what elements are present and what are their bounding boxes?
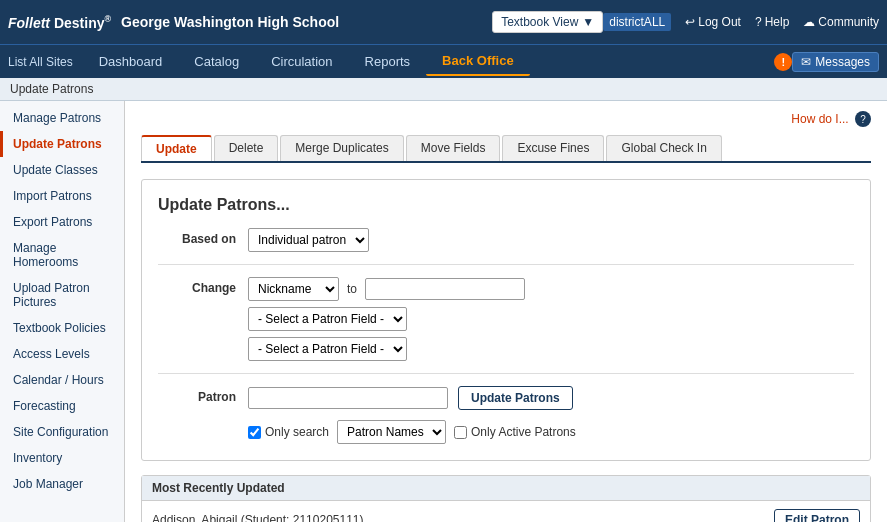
- sidebar-item-textbook-policies[interactable]: Textbook Policies: [0, 315, 124, 341]
- list-all-sites-link[interactable]: List All Sites: [8, 55, 73, 69]
- select-patron-field-1[interactable]: - Select a Patron Field -: [248, 307, 407, 331]
- based-on-select[interactable]: Individual patron Homeroom Grade All Pat…: [248, 228, 369, 252]
- edit-patron-button[interactable]: Edit Patron: [774, 509, 860, 522]
- only-search-label: Only search: [248, 425, 329, 439]
- only-active-checkbox[interactable]: [454, 426, 467, 439]
- form-title: Update Patrons...: [158, 196, 854, 214]
- based-on-row: Based on Individual patron Homeroom Grad…: [158, 228, 854, 252]
- sidebar-item-access-levels[interactable]: Access Levels: [0, 341, 124, 367]
- sidebar-item-calendar-hours[interactable]: Calendar / Hours: [0, 367, 124, 393]
- to-input[interactable]: [365, 278, 525, 300]
- sidebar-item-site-configuration[interactable]: Site Configuration: [0, 419, 124, 445]
- select-patron-field-2[interactable]: - Select a Patron Field -: [248, 337, 407, 361]
- based-on-label: Based on: [158, 228, 248, 246]
- tab-move-fields[interactable]: Move Fields: [406, 135, 501, 161]
- nav-dashboard[interactable]: Dashboard: [83, 48, 179, 75]
- sidebar-item-export-patrons[interactable]: Export Patrons: [0, 209, 124, 235]
- sidebar-item-update-classes[interactable]: Update Classes: [0, 157, 124, 183]
- sidebar-item-inventory[interactable]: Inventory: [0, 445, 124, 471]
- district-all-badge: districtALL: [603, 13, 671, 31]
- tab-update[interactable]: Update: [141, 135, 212, 161]
- only-active-label: Only Active Patrons: [454, 425, 576, 439]
- textbook-view-button[interactable]: Textbook View ▼: [492, 11, 603, 33]
- nav-bar: List All Sites Dashboard Catalog Circula…: [0, 44, 887, 78]
- tab-delete[interactable]: Delete: [214, 135, 279, 161]
- sidebar-item-manage-homerooms[interactable]: Manage Homerooms: [0, 235, 124, 275]
- brand-logo: Follett Destiny®: [8, 14, 111, 31]
- logout-link[interactable]: ↩ Log Out: [685, 15, 741, 29]
- nav-circulation[interactable]: Circulation: [255, 48, 348, 75]
- change-field-select[interactable]: Nickname First Name Last Name Email: [248, 277, 339, 301]
- recently-updated-name: Addison, Abigail (Student: 2110205111): [152, 513, 364, 522]
- top-bar: Follett Destiny® George Washington High …: [0, 0, 887, 44]
- main-layout: Manage Patrons Update Patrons Update Cla…: [0, 101, 887, 522]
- update-patrons-button[interactable]: Update Patrons: [458, 386, 573, 410]
- nav-backoffice[interactable]: Back Office: [426, 47, 530, 76]
- sidebar-item-update-patrons[interactable]: Update Patrons: [0, 131, 124, 157]
- sidebar: Manage Patrons Update Patrons Update Cla…: [0, 101, 125, 522]
- sidebar-item-job-manager[interactable]: Job Manager: [0, 471, 124, 497]
- school-name: George Washington High School: [121, 14, 492, 30]
- alert-badge: !: [774, 53, 792, 71]
- community-link[interactable]: ☁ Community: [803, 15, 879, 29]
- tab-merge-duplicates[interactable]: Merge Duplicates: [280, 135, 403, 161]
- tab-excuse-fines[interactable]: Excuse Fines: [502, 135, 604, 161]
- patron-label: Patron: [158, 386, 248, 404]
- recently-updated-section: Most Recently Updated Addison, Abigail (…: [141, 475, 871, 522]
- divider-1: [158, 264, 854, 265]
- tab-bar: Update Delete Merge Duplicates Move Fiel…: [141, 135, 871, 163]
- sidebar-item-manage-patrons[interactable]: Manage Patrons: [0, 105, 124, 131]
- divider-2: [158, 373, 854, 374]
- destiny-text: Destiny: [54, 14, 105, 30]
- patron-input[interactable]: [248, 387, 448, 409]
- help-link[interactable]: ? Help: [755, 15, 789, 29]
- recently-updated-header: Most Recently Updated: [142, 476, 870, 501]
- change-row: Change Nickname First Name Last Name Ema…: [158, 277, 854, 361]
- recently-updated-row: Addison, Abigail (Student: 2110205111) E…: [142, 501, 870, 522]
- nav-catalog[interactable]: Catalog: [178, 48, 255, 75]
- search-field-select[interactable]: Patron Names Barcode: [337, 420, 446, 444]
- only-search-checkbox[interactable]: [248, 426, 261, 439]
- messages-button[interactable]: ✉ Messages: [792, 52, 879, 72]
- search-options-row: Only search Patron Names Barcode Only Ac…: [248, 420, 854, 444]
- follett-text: Follett: [8, 14, 50, 30]
- tab-global-check-in[interactable]: Global Check In: [606, 135, 721, 161]
- to-label: to: [347, 282, 357, 296]
- content-area: How do I... ? Update Delete Merge Duplic…: [125, 101, 887, 522]
- patron-row: Patron Update Patrons: [158, 386, 854, 410]
- sidebar-item-forecasting[interactable]: Forecasting: [0, 393, 124, 419]
- how-do-i-link[interactable]: How do I... ?: [141, 111, 871, 127]
- sidebar-item-import-patrons[interactable]: Import Patrons: [0, 183, 124, 209]
- breadcrumb: Update Patrons: [0, 78, 887, 101]
- nav-links: Dashboard Catalog Circulation Reports Ba…: [83, 47, 775, 76]
- change-label: Change: [158, 277, 248, 295]
- update-patrons-form: Update Patrons... Based on Individual pa…: [141, 179, 871, 461]
- nav-reports[interactable]: Reports: [349, 48, 427, 75]
- sidebar-item-upload-patron-pictures[interactable]: Upload Patron Pictures: [0, 275, 124, 315]
